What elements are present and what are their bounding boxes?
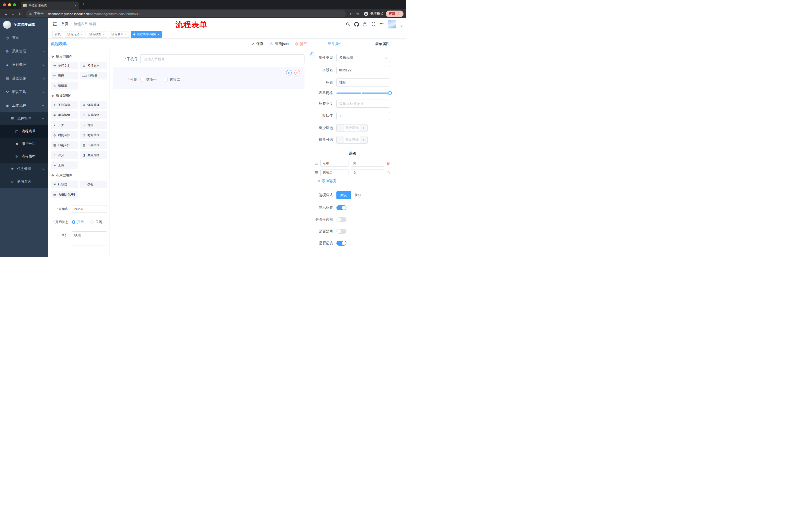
drag-handle-icon[interactable]: ☰: [315, 161, 318, 165]
browser-menu-icon[interactable]: ⋮: [397, 12, 401, 16]
window-minimize-button[interactable]: [8, 3, 11, 6]
breadcrumb-home[interactable]: 首页: [61, 22, 68, 26]
back-icon[interactable]: ←: [2, 10, 9, 17]
palette-item-time-picker[interactable]: ◷时间选择: [51, 131, 78, 139]
remove-option-icon[interactable]: ⊖: [386, 171, 390, 175]
disabled-toggle[interactable]: [337, 229, 346, 234]
palette-item-radio-group[interactable]: ◉单选框组: [51, 111, 78, 119]
window-close-button[interactable]: [3, 3, 6, 6]
label-width-input[interactable]: [337, 100, 390, 108]
option-label-input[interactable]: [320, 169, 348, 176]
help-icon[interactable]: ?: [363, 22, 367, 26]
slider-handle[interactable]: [388, 91, 392, 95]
sidebar-item-process-form[interactable]: ▢ 流程表单: [0, 125, 48, 138]
tag-process-form[interactable]: 流程表单 ×: [109, 31, 129, 38]
clear-button[interactable]: 清空: [295, 42, 307, 46]
bookmark-star-icon[interactable]: ☆: [354, 11, 361, 16]
form-remark-textarea[interactable]: 嘿嘿: [72, 231, 107, 245]
forward-icon[interactable]: →: [9, 10, 17, 17]
search-icon[interactable]: [346, 22, 350, 26]
stepper-plus-button[interactable]: +: [360, 125, 367, 132]
sidebar-item-user-group[interactable]: ☻ 用户分组: [0, 138, 48, 150]
palette-item-date-range[interactable]: ▥日期范围: [80, 141, 107, 149]
field-name-input[interactable]: [337, 66, 390, 74]
palette-item-rate[interactable]: ☆评分: [51, 152, 78, 159]
tag-process-definition[interactable]: 流程定义 ×: [65, 31, 85, 38]
palette-item-row-container[interactable]: ⊞行容器: [51, 181, 78, 188]
palette-item-password[interactable]: ***密码: [51, 72, 78, 79]
user-avatar[interactable]: [388, 20, 396, 28]
stepper-minus-button[interactable]: −: [337, 136, 344, 143]
palette-item-editor[interactable]: ✎编辑器: [51, 82, 78, 89]
option-value-input[interactable]: [351, 169, 384, 176]
status-off-radio[interactable]: 关闭: [90, 220, 102, 224]
fullscreen-icon[interactable]: [371, 22, 376, 26]
palette-item-checkbox-group[interactable]: ☑多选框组: [80, 111, 107, 119]
palette-item-date-picker[interactable]: ▦日期选择: [51, 141, 78, 149]
palette-item-switch[interactable]: ◐开关: [51, 121, 78, 129]
reload-icon[interactable]: ↻: [17, 10, 24, 17]
palette-item-time-range[interactable]: ◶时间范围: [80, 131, 107, 139]
tag-process-model[interactable]: 流程模型 ×: [87, 31, 108, 38]
new-tab-button[interactable]: +: [82, 1, 85, 7]
tab-close-icon[interactable]: ×: [75, 4, 76, 7]
drag-handle-icon[interactable]: ☰: [315, 170, 318, 175]
palette-item-select[interactable]: ▾下拉选择: [51, 101, 78, 109]
max-select-value[interactable]: 最多可选: [344, 136, 360, 143]
window-zoom-button[interactable]: [13, 3, 16, 6]
tab-component-props[interactable]: 组件属性: [311, 39, 359, 49]
min-select-value[interactable]: 至少应选: [344, 125, 360, 132]
browser-update-button[interactable]: 更新 ⋮: [386, 10, 404, 17]
phone-field-row[interactable]: 手机号: [113, 54, 304, 64]
palette-item-cascader[interactable]: ⋔级联选择: [80, 101, 107, 109]
title-input[interactable]: [337, 78, 390, 86]
sidebar-item-home[interactable]: ◷ 首页: [0, 31, 48, 45]
gender-field-row[interactable]: 性别 选项一 选项二: [113, 77, 302, 82]
status-on-radio[interactable]: 开启: [72, 220, 84, 224]
save-button[interactable]: 保存: [251, 42, 263, 46]
password-key-icon[interactable]: [348, 12, 354, 16]
palette-item-upload[interactable]: ☁上传: [51, 161, 78, 169]
gender-option-2-checkbox[interactable]: 选项二: [164, 77, 180, 82]
browser-tab[interactable]: 芋道管理系统 ×: [21, 1, 79, 9]
address-bar[interactable]: ⚠ 不安全 dashboard.yudao.iocoder.cn/bpm/man…: [26, 10, 346, 17]
sidebar-item-infrastructure[interactable]: ▤ 基础设施: [0, 72, 48, 85]
style-button-button[interactable]: 按钮: [351, 191, 365, 199]
style-default-button[interactable]: 默认: [337, 191, 351, 199]
tag-home[interactable]: 首页: [52, 31, 63, 38]
border-toggle[interactable]: [337, 217, 346, 222]
option-value-input[interactable]: [351, 160, 384, 167]
palette-item-color-picker[interactable]: ◨颜色选择: [80, 152, 107, 159]
grid-slider[interactable]: [337, 92, 390, 93]
selected-field-block[interactable]: 性别 选项一 选项二: [113, 67, 304, 89]
stepper-plus-button[interactable]: +: [360, 136, 367, 143]
delete-field-button[interactable]: [294, 70, 300, 76]
show-label-toggle[interactable]: [337, 205, 346, 210]
link-icon[interactable]: [309, 51, 314, 56]
phone-input[interactable]: [140, 54, 304, 64]
tag-close-icon[interactable]: ×: [103, 33, 105, 36]
tag-close-icon[interactable]: ×: [81, 33, 83, 36]
font-size-icon[interactable]: TT: [380, 22, 384, 26]
copy-field-button[interactable]: [286, 70, 292, 76]
palette-item-counter[interactable]: 123计数器: [80, 72, 107, 79]
component-type-select[interactable]: 多选框组: [337, 54, 390, 62]
avatar-caret-icon[interactable]: [400, 24, 403, 27]
sidebar-item-leave-query[interactable]: ☺ 请假查询: [0, 175, 48, 188]
tab-form-props[interactable]: 表单属性: [359, 39, 406, 49]
sidebar-item-devtools[interactable]: ⚒ 研发工具: [0, 85, 48, 99]
tag-process-form-edit[interactable]: 流程表单-编辑 ×: [131, 31, 162, 38]
view-json-button[interactable]: 查看json: [269, 42, 289, 46]
palette-item-multi-line-text[interactable]: ▤多行文本: [80, 62, 107, 70]
remove-option-icon[interactable]: ⊖: [386, 161, 390, 165]
sidebar-item-system[interactable]: ⚙ 系统管理: [0, 45, 48, 58]
palette-item-single-line-text[interactable]: ▭单行文本: [51, 62, 78, 70]
add-option-button[interactable]: ⊕ 添加选项: [315, 179, 390, 183]
form-name-input[interactable]: [72, 205, 107, 213]
sidebar-item-process-model[interactable]: ✈ 流程模型: [0, 150, 48, 163]
sidebar-item-workflow[interactable]: ▣ 工作流程: [0, 99, 48, 112]
palette-item-slider[interactable]: ⊸滑块: [80, 121, 107, 129]
palette-item-button[interactable]: ▭按钮: [80, 181, 107, 188]
required-toggle[interactable]: [337, 241, 346, 246]
tag-close-icon[interactable]: ×: [125, 33, 127, 36]
